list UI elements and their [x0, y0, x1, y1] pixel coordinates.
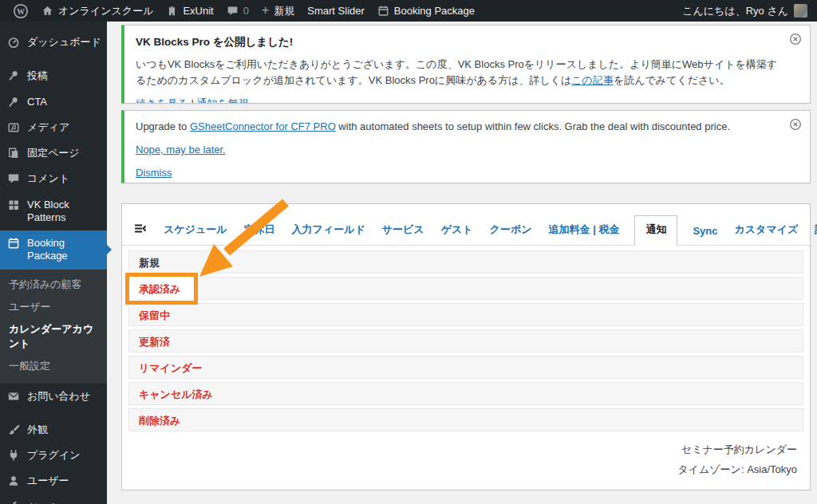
calendar-name-text: セミナー予約カレンダー — [135, 439, 797, 459]
adminbar-site-name[interactable]: オンラインスクール — [35, 0, 160, 22]
sidebar-item-label: 固定ページ — [27, 147, 80, 159]
notification-row-pending[interactable]: 保留中 — [128, 303, 803, 326]
comment-count: 0 — [243, 5, 249, 17]
vk-blocks-notice: VK Blocks Pro を公開しました! いつもVK Blocksをご利用い… — [121, 25, 811, 104]
sidebar-item-label: 外観 — [27, 423, 48, 436]
pushpin-icon — [7, 69, 20, 82]
sidebar-item-cta[interactable]: CTA — [0, 89, 107, 115]
tab-extra-fees-tax[interactable]: 追加料金 | 税金 — [547, 218, 622, 245]
brush-icon — [7, 423, 20, 436]
adminbar-exunit[interactable]: ExUnit — [160, 0, 219, 22]
adminbar-booking-package[interactable]: Booking Package — [371, 0, 481, 22]
sidebar-item-label: VK Block Patterns — [27, 199, 104, 225]
sidebar-item-posts[interactable]: 投稿 — [0, 63, 107, 89]
sidebar-item-dashboard[interactable]: ダッシュボード — [0, 30, 107, 55]
adminbar-new[interactable]: + 新規 — [255, 0, 301, 22]
panel-footer: セミナー予約カレンダー タイムゾーン: Asia/Tokyo — [122, 435, 810, 490]
sidebar-item-label: ツール — [27, 501, 59, 504]
sidebar-item-label: Booking Package — [27, 237, 104, 263]
booking-package-submenu: 予約済みの顧客 ユーザー カレンダーアカウント 一般設定 — [0, 270, 107, 384]
notification-row-new[interactable]: 新規 — [128, 250, 803, 274]
notification-list: 新規 承認済み 保留中 更新済 リマインダー キャンセル済み 削除済み — [122, 246, 810, 431]
close-icon[interactable] — [789, 118, 802, 133]
greeting-text[interactable]: こんにちは、Ryo さん — [682, 4, 788, 18]
notification-row-deleted[interactable]: 削除済み — [128, 408, 803, 431]
comment-bubble-icon — [7, 172, 20, 185]
submenu-item-general-settings[interactable]: 一般設定 — [0, 355, 107, 377]
notice-body-text: with automated sheets to setup within fe… — [336, 120, 730, 132]
sidebar-item-media[interactable]: メディア — [0, 115, 107, 140]
sidebar-item-appearance[interactable]: 外観 — [0, 417, 107, 443]
exunit-label: ExUnit — [183, 5, 213, 17]
calendar-list-toggle-icon[interactable] — [133, 222, 148, 245]
sidebar-item-label: 投稿 — [27, 69, 48, 82]
notification-row-approved[interactable]: 承認済み — [128, 277, 803, 300]
sidebar: ダッシュボード 投稿 CTA メディア 固定ページ コメント — [0, 22, 107, 504]
wrench-icon — [7, 501, 20, 504]
notice-body-text: Upgrade to — [136, 120, 190, 132]
sidebar-item-label: お問い合わせ — [27, 390, 90, 403]
tab-settings[interactable]: 設定 — [813, 218, 817, 245]
home-icon — [41, 5, 53, 17]
sidebar-item-label: ユーザー — [27, 474, 69, 487]
sidebar-item-pages[interactable]: 固定ページ — [0, 140, 107, 166]
adminbar-comments[interactable]: 0 — [220, 0, 255, 22]
sidebar-item-booking-package[interactable]: Booking Package — [0, 230, 107, 270]
notification-row-updated[interactable]: 更新済 — [128, 329, 803, 352]
notification-row-reminder[interactable]: リマインダー — [128, 356, 803, 379]
sidebar-item-label: プラグイン — [27, 449, 81, 462]
booking-package-label: Booking Package — [394, 5, 475, 17]
nope-later-link[interactable]: Nope, may be later. — [136, 144, 226, 156]
booking-package-panel: スケジュール 定休日 入力フィールド サービス ゲスト クーポン 追加料金 | … — [121, 203, 811, 490]
sidebar-item-users[interactable]: ユーザー — [0, 468, 107, 494]
tab-schedule[interactable]: スケジュール — [162, 218, 229, 245]
sidebar-item-vk-block-patterns[interactable]: VK Block Patterns — [0, 192, 107, 231]
notification-row-canceled[interactable]: キャンセル済み — [128, 382, 803, 405]
calendar-icon — [7, 237, 20, 250]
tab-input-fields[interactable]: 入力フィールド — [290, 218, 367, 245]
tab-services[interactable]: サービス — [381, 218, 426, 245]
sidebar-item-tools[interactable]: ツール — [0, 494, 107, 504]
sidebar-item-label: メディア — [27, 121, 69, 134]
tab-holidays[interactable]: 定休日 — [243, 218, 277, 245]
submenu-item-users[interactable]: ユーザー — [0, 296, 107, 318]
tab-guests[interactable]: ゲスト — [440, 218, 475, 245]
plugin-icon — [7, 449, 20, 462]
notice-article-link[interactable]: この記事 — [571, 74, 614, 86]
svg-text:W: W — [17, 6, 25, 15]
avatar[interactable] — [794, 4, 807, 18]
notice-actions: 続きを見る | 通知を無視 — [136, 96, 778, 104]
sidebar-item-comments[interactable]: コメント — [0, 166, 107, 191]
adminbar-smart-slider[interactable]: Smart Slider — [301, 0, 371, 22]
sidebar-item-contact[interactable]: お問い合わせ — [0, 384, 107, 409]
read-more-link[interactable]: 続きを見る — [136, 97, 188, 104]
new-label: 新規 — [274, 4, 294, 18]
smart-slider-label: Smart Slider — [307, 5, 365, 17]
media-icon — [7, 121, 20, 134]
tab-coupons[interactable]: クーポン — [488, 218, 534, 245]
row-label: 承認済み — [139, 283, 180, 295]
comment-bubble-icon — [227, 5, 239, 17]
admin-bar: W オンラインスクール ExUnit 0 + 新規 Smart Slider B… — [0, 0, 817, 22]
sidebar-item-plugins[interactable]: プラグイン — [0, 443, 107, 468]
gsheetconnector-link[interactable]: GSheetConnector for CF7 PRO — [190, 120, 336, 132]
dismiss-link[interactable]: Dismiss — [136, 167, 172, 179]
pages-icon — [7, 147, 20, 159]
tab-notifications[interactable]: 通知 — [634, 215, 677, 246]
submenu-item-booked-customers[interactable]: 予約済みの顧客 — [0, 274, 107, 296]
notice-body: Upgrade to GSheetConnector for CF7 PRO w… — [136, 119, 778, 135]
sidebar-item-label: ダッシュボード — [27, 36, 101, 49]
submenu-item-calendar-accounts[interactable]: カレンダーアカウント — [0, 318, 107, 355]
notice-title: VK Blocks Pro を公開しました! — [136, 35, 778, 49]
wordpress-logo-icon[interactable]: W — [6, 0, 35, 22]
tab-customize[interactable]: カスタマイズ — [732, 218, 799, 245]
row-label: 保留中 — [139, 309, 170, 321]
tab-bar: スケジュール 定休日 入力フィールド サービス ゲスト クーポン 追加料金 | … — [122, 204, 810, 246]
dashboard-icon — [7, 36, 20, 49]
sidebar-item-label: コメント — [27, 172, 69, 185]
row-label: 削除済み — [139, 415, 180, 427]
mute-notice-link[interactable]: 通知を無視 — [197, 97, 249, 104]
close-icon[interactable] — [789, 33, 802, 48]
timezone-text: タイムゾーン: Asia/Tokyo — [135, 459, 797, 479]
tab-sync[interactable]: Sync — [691, 220, 719, 245]
